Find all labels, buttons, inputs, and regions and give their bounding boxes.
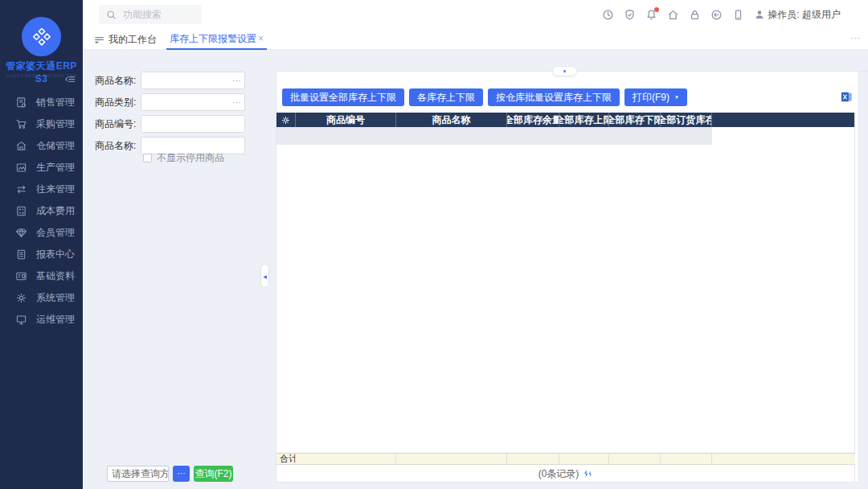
refresh-icon[interactable] <box>583 469 593 479</box>
gear-icon <box>281 116 290 125</box>
sidebar-item-purchase[interactable]: 采购管理 <box>0 113 83 135</box>
chevron-down-icon: ▼ <box>563 69 567 74</box>
chevron-down-icon: ▼ <box>674 95 679 100</box>
query-more-button[interactable]: ··· <box>173 466 190 482</box>
hide-disabled-checkbox-row[interactable]: 不显示停用商品 <box>143 151 224 165</box>
field-label: 商品名称: <box>95 139 140 153</box>
sidebar-item-sales[interactable]: 销售管理 <box>0 92 83 113</box>
each-stock-limits-button[interactable]: 各库存上下限 <box>409 88 483 106</box>
collapse-filter-left-handle[interactable]: ◀ <box>260 264 269 288</box>
tabbar: 我的工作台 库存上下限报警设置× ··· <box>83 29 868 50</box>
sidebar-item-label: 会员管理 <box>36 226 75 240</box>
sidebar-item-transactions[interactable]: 往来管理 <box>0 179 83 200</box>
table-footer: (0条记录) <box>276 466 855 482</box>
topbar-icons: 操作员: 超级用户 <box>602 0 841 29</box>
system-icon <box>15 292 27 304</box>
product-name-input[interactable] <box>141 72 244 88</box>
sidebar-item-system[interactable]: 系统管理 <box>0 287 83 309</box>
mobile-icon[interactable] <box>732 9 744 21</box>
sidebar-item-label: 生产管理 <box>36 161 75 175</box>
query-button[interactable]: 查询(F2) <box>194 466 233 482</box>
member-icon <box>15 227 27 239</box>
sum-cell <box>559 454 609 464</box>
clock-icon[interactable] <box>602 9 614 21</box>
tab-close-icon[interactable]: × <box>258 33 264 44</box>
sidebar-item-ops[interactable]: 运维管理 <box>0 309 83 331</box>
tab-workbench[interactable]: 我的工作台 <box>108 29 157 50</box>
main-panel: 批量设置全部库存上下限 各库存上下限 按仓库批量设置库存上下限 打印(F9)▼ … <box>276 71 859 483</box>
sidebar-item-production[interactable]: 生产管理 <box>0 157 83 179</box>
product-code-input[interactable] <box>141 116 244 132</box>
tab-stock-limit-alert[interactable]: 库存上下限报警设置× <box>166 29 267 50</box>
batch-set-all-limits-button[interactable]: 批量设置全部库存上下限 <box>282 88 404 106</box>
column-settings-cell[interactable] <box>276 113 296 127</box>
tab-list-icon[interactable] <box>94 35 104 45</box>
field-label: 商品类别: <box>95 96 140 109</box>
collapse-filter-top-button[interactable]: ▼ <box>552 66 577 76</box>
column-header-filler <box>712 113 855 127</box>
batch-set-by-warehouse-button[interactable]: 按仓库批量设置库存上下限 <box>488 88 620 106</box>
product-name-lookup-field: ··· <box>141 72 245 89</box>
sidebar-collapse-icon[interactable] <box>65 74 76 84</box>
sum-cell <box>507 454 559 464</box>
table-header: 商品编号 商品名称 全部库存余量 全部库存上限 全部库存下限 全部订货库存 <box>276 113 855 127</box>
sum-cell <box>609 454 661 464</box>
query-scheme-value: 请选择查询方 <box>112 467 169 481</box>
sidebar-item-label: 系统管理 <box>36 291 75 305</box>
column-header-product-name[interactable]: 商品名称 <box>396 113 507 127</box>
tab-label: 库存上下限报警设置 <box>170 32 256 46</box>
sidebar-item-cost[interactable]: 成本费用 <box>0 200 83 222</box>
sum-label-cell: 合计 <box>276 454 296 464</box>
column-header-upper-limit[interactable]: 全部库存上限 <box>559 113 609 127</box>
sidebar-item-label: 报表中心 <box>36 248 75 261</box>
excel-export-icon[interactable] <box>841 91 853 103</box>
shield-icon[interactable] <box>624 9 636 21</box>
home-icon[interactable] <box>667 9 679 21</box>
lookup-ellipsis-icon[interactable]: ··· <box>232 73 241 88</box>
print-button[interactable]: 打印(F9)▼ <box>624 88 687 106</box>
search-icon <box>106 10 117 20</box>
sidebar-item-warehouse[interactable]: 仓储管理 <box>0 135 83 157</box>
tab-more-icon[interactable]: ··· <box>850 33 862 43</box>
field-label: 商品名称: <box>95 74 140 88</box>
sum-cell <box>661 454 712 464</box>
purchase-icon <box>15 118 27 130</box>
column-header-lower-limit[interactable]: 全部库存下限 <box>609 113 661 127</box>
global-search[interactable] <box>99 5 202 24</box>
field-label: 商品编号: <box>95 117 140 131</box>
print-label: 打印(F9) <box>633 91 669 105</box>
sidebar-item-label: 基础资料 <box>36 269 75 283</box>
bell-icon[interactable] <box>645 9 657 21</box>
product-category-input[interactable] <box>141 94 244 110</box>
sidebar-item-reports[interactable]: 报表中心 <box>0 244 83 265</box>
sidebar-item-basic-data[interactable]: 基础资料 <box>0 265 83 287</box>
table-right-border <box>854 113 855 482</box>
sum-cell <box>712 454 855 464</box>
column-header-total-stock[interactable]: 全部库存余量 <box>507 113 559 127</box>
diamond-logo-icon <box>31 27 52 47</box>
content: 商品名称: ··· 商品类别: ··· 商品编号: 商品名称: <box>83 50 868 489</box>
toolbar: 批量设置全部库存上下限 各库存上下限 按仓库批量设置库存上下限 打印(F9)▼ <box>282 88 687 106</box>
basic-data-icon <box>15 270 27 282</box>
lookup-ellipsis-icon[interactable]: ··· <box>232 95 241 109</box>
checkbox[interactable] <box>143 154 152 162</box>
logout-icon[interactable] <box>710 9 723 21</box>
operator-label: 操作员: 超级用户 <box>768 8 841 22</box>
sidebar-item-label: 运维管理 <box>36 313 75 327</box>
production-icon <box>15 162 27 174</box>
column-header-order-stock[interactable]: 全部订货库存 <box>661 113 712 127</box>
query-scheme-select[interactable]: 请选择查询方▼ <box>107 466 169 482</box>
sidebar-item-member[interactable]: 会员管理 <box>0 222 83 244</box>
transactions-icon <box>15 183 27 195</box>
column-header-product-code[interactable]: 商品编号 <box>296 113 396 127</box>
operator-menu[interactable]: 操作员: 超级用户 <box>754 8 841 22</box>
empty-selected-row[interactable] <box>276 127 712 145</box>
lock-icon[interactable] <box>689 9 701 21</box>
product-code-field <box>141 115 245 133</box>
tab-label: 我的工作台 <box>108 33 157 47</box>
sum-cell <box>296 454 396 464</box>
sidebar: 管家婆天通ERP S3 GUANJIAPO TIANTONG ERP 销售管理 … <box>0 0 83 489</box>
user-icon <box>754 9 765 20</box>
search-input[interactable] <box>123 9 192 20</box>
chevron-left-icon: ◀ <box>263 273 267 279</box>
